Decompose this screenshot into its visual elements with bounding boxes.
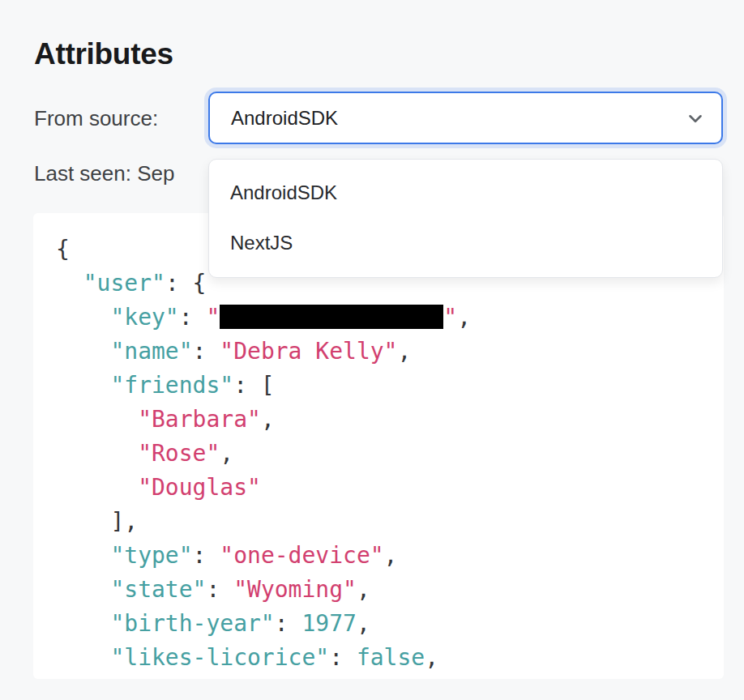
code-token-punct bbox=[56, 576, 110, 603]
last-seen-text: Last seen: Sep bbox=[34, 161, 174, 186]
code-line: "key": "", bbox=[56, 301, 724, 335]
code-token-key: "name" bbox=[110, 338, 192, 365]
attributes-page: Attributes From source: AndroidSDK Last … bbox=[0, 0, 744, 700]
chevron-down-icon bbox=[685, 108, 706, 129]
code-token-string: "Debra Kelly" bbox=[220, 338, 397, 365]
code-token-key: "key" bbox=[110, 304, 178, 331]
dropdown-option-nextjs[interactable]: NextJS bbox=[209, 218, 722, 268]
code-token-boolean: false bbox=[357, 644, 425, 671]
code-token-key: "user" bbox=[83, 270, 165, 297]
code-token-number: 1977 bbox=[301, 610, 356, 637]
dropdown-option-androidsdk[interactable]: AndroidSDK bbox=[209, 168, 722, 218]
code-token-punct bbox=[56, 406, 138, 433]
code-token-punct: : [ bbox=[233, 372, 275, 399]
code-token-string: " bbox=[443, 304, 457, 331]
code-token-punct: ], bbox=[56, 508, 138, 535]
code-line: "Rose", bbox=[56, 437, 724, 471]
code-token-punct bbox=[56, 304, 110, 331]
code-token-punct: : bbox=[193, 542, 220, 569]
code-token-punct: , bbox=[425, 644, 438, 671]
code-token-key: "likes-licorice" bbox=[110, 644, 329, 671]
code-line: "birth-year": 1977, bbox=[56, 607, 724, 641]
code-token-punct: , bbox=[457, 304, 471, 331]
code-token-punct bbox=[56, 474, 138, 501]
code-token-punct: : bbox=[275, 610, 302, 637]
code-token-punct: , bbox=[261, 406, 275, 433]
redacted-key-value bbox=[220, 305, 443, 329]
source-select-value: AndroidSDK bbox=[231, 107, 338, 130]
code-token-punct bbox=[56, 338, 110, 365]
source-select[interactable]: AndroidSDK bbox=[208, 92, 723, 144]
attributes-json-panel: { "user": { "key": "", "name": "Debra Ke… bbox=[33, 213, 724, 679]
code-token-punct bbox=[56, 270, 83, 297]
source-dropdown-menu: AndroidSDKNextJS bbox=[208, 159, 723, 278]
code-token-punct: { bbox=[56, 236, 70, 262]
code-token-punct: , bbox=[357, 576, 370, 603]
code-token-punct: , bbox=[220, 440, 233, 467]
code-content: { "user": { "key": "", "name": "Debra Ke… bbox=[33, 213, 724, 675]
code-line: ], bbox=[56, 505, 724, 539]
code-token-punct: : bbox=[329, 644, 357, 671]
code-token-string: "Barbara" bbox=[138, 406, 261, 433]
code-token-punct: : bbox=[193, 338, 220, 365]
code-token-punct bbox=[56, 372, 110, 399]
code-token-key: "birth-year" bbox=[110, 610, 274, 637]
code-token-punct: , bbox=[384, 542, 398, 569]
code-token-key: "type" bbox=[110, 542, 192, 569]
code-line: "name": "Debra Kelly", bbox=[56, 335, 724, 369]
code-token-string: "Douglas" bbox=[138, 474, 261, 501]
code-token-punct bbox=[56, 644, 110, 671]
code-token-string: "Rose" bbox=[138, 440, 220, 467]
code-token-key: "friends" bbox=[110, 372, 233, 399]
code-token-punct: , bbox=[397, 338, 411, 365]
from-source-label: From source: bbox=[34, 106, 158, 131]
code-token-string: "one-device" bbox=[220, 542, 383, 569]
code-token-punct bbox=[56, 440, 138, 467]
code-line: "likes-licorice": false, bbox=[56, 641, 724, 675]
page-title: Attributes bbox=[34, 36, 173, 73]
code-line: "Barbara", bbox=[56, 403, 724, 437]
code-token-punct bbox=[56, 542, 110, 569]
code-token-string: " bbox=[206, 304, 220, 331]
code-token-punct: : bbox=[179, 304, 207, 331]
code-token-punct: : bbox=[206, 576, 233, 603]
code-token-punct: : { bbox=[165, 270, 207, 297]
code-line: "state": "Wyoming", bbox=[56, 573, 724, 607]
code-line: "Douglas" bbox=[56, 471, 724, 505]
code-token-key: "state" bbox=[110, 576, 206, 603]
code-token-string: "Wyoming" bbox=[233, 576, 357, 603]
code-line: "type": "one-device", bbox=[56, 539, 724, 573]
code-line: "friends": [ bbox=[56, 369, 724, 403]
code-token-punct bbox=[56, 610, 110, 637]
code-token-punct: , bbox=[357, 610, 370, 637]
